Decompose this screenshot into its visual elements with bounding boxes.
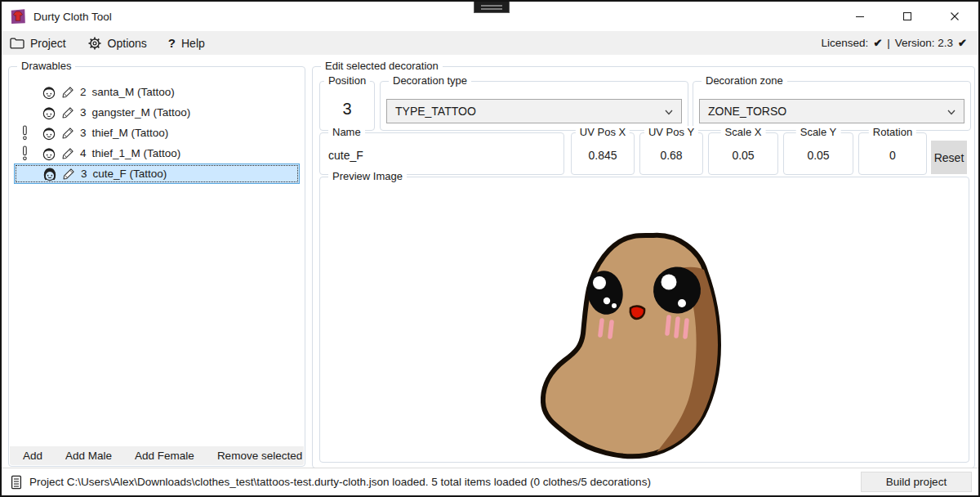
editor-title: Edit selected decoration xyxy=(321,60,443,72)
licensed-check-icon: ✔ xyxy=(873,37,882,49)
uv-pos-x-label: UV Pos X xyxy=(576,126,630,138)
preview-panel: Preview Image xyxy=(319,177,969,463)
maximize-button[interactable] xyxy=(884,2,931,31)
menu-options-label: Options xyxy=(108,37,147,50)
male-face-icon xyxy=(42,105,56,120)
uv-pos-x-field[interactable]: UV Pos X 0.845 xyxy=(571,132,635,175)
uv-pos-y-field[interactable]: UV Pos Y 0.68 xyxy=(639,132,703,175)
remove-selected-button[interactable]: Remove selected xyxy=(217,450,302,462)
preview-potato-image xyxy=(541,232,724,461)
close-icon xyxy=(950,11,960,21)
folder-icon xyxy=(10,38,24,49)
uv-pos-y-label: UV Pos Y xyxy=(644,126,698,138)
decoration-type-label: Decoration type xyxy=(389,74,471,87)
drawables-footer: Add Add Male Add Female Remove selected xyxy=(10,446,304,465)
app-window: Durty Cloth Tool Project Options ? Help xyxy=(0,0,980,497)
title-bar: Durty Cloth Tool xyxy=(2,2,978,31)
name-value[interactable]: cute_F xyxy=(328,149,363,162)
list-item-thief[interactable]: 3 thief_M (Tattoo) xyxy=(14,123,300,143)
list-item-cute-selected[interactable]: 3 cute_F (Tattoo) xyxy=(14,163,300,184)
chevron-down-icon xyxy=(665,110,673,115)
gear-icon xyxy=(87,36,102,51)
minimize-icon xyxy=(855,11,865,21)
editor-panel: Edit selected decoration Position 3 Deco… xyxy=(312,66,975,468)
name-field[interactable]: Name cute_F xyxy=(319,132,564,175)
uv-pos-x-value[interactable]: 0.845 xyxy=(572,149,634,162)
window-controls xyxy=(836,2,978,31)
add-female-button[interactable]: Add Female xyxy=(135,450,194,462)
preview-title: Preview Image xyxy=(328,170,407,182)
screenshare-handle[interactable] xyxy=(474,2,510,13)
name-label: Name xyxy=(328,126,365,138)
decoration-zone-group: Decoration zone ZONE_TORSO xyxy=(693,81,971,131)
decoration-zone-select[interactable]: ZONE_TORSO xyxy=(699,99,964,123)
drawables-title: Drawables xyxy=(17,60,75,72)
decoration-zone-value: ZONE_TORSO xyxy=(708,105,786,118)
decoration-type-select[interactable]: TYPE_TATTOO xyxy=(386,99,682,123)
main-content: Drawables 2 santa_M (Tattoo) 3 gangster_… xyxy=(2,55,978,468)
female-face-icon xyxy=(42,167,57,181)
male-face-icon xyxy=(42,126,56,141)
list-item-thief-1[interactable]: 4 thief_1_M (Tattoo) xyxy=(14,143,300,163)
scale-x-value[interactable]: 0.05 xyxy=(709,149,777,162)
licensed-label: Licensed: xyxy=(822,37,869,49)
male-face-icon xyxy=(42,85,56,100)
window-title: Durty Cloth Tool xyxy=(33,11,112,23)
app-logo-icon xyxy=(9,7,27,25)
document-icon xyxy=(10,475,23,490)
license-status: Licensed: ✔ | Version: 2.3 ✔ xyxy=(822,37,967,49)
menu-bar: Project Options ? Help Licensed: ✔ | Ver… xyxy=(2,31,978,55)
pencil-icon xyxy=(61,127,74,140)
list-item-santa[interactable]: 2 santa_M (Tattoo) xyxy=(14,82,300,102)
close-button[interactable] xyxy=(931,2,978,31)
version-check-icon: ✔ xyxy=(958,37,967,49)
item-position: 3 xyxy=(80,127,87,139)
rotation-value[interactable]: 0 xyxy=(859,149,926,162)
help-icon: ? xyxy=(168,36,176,50)
item-position: 4 xyxy=(80,147,87,159)
warning-icon xyxy=(21,125,29,141)
rotation-label: Rotation xyxy=(869,126,916,138)
male-face-icon xyxy=(42,146,56,161)
reset-button[interactable]: Reset xyxy=(931,141,967,174)
pencil-icon xyxy=(61,106,74,119)
position-label: Position xyxy=(324,74,370,87)
build-project-button[interactable]: Build project xyxy=(861,472,972,492)
item-position: 3 xyxy=(80,106,87,119)
version-label: Version: 2.3 xyxy=(895,37,953,49)
uv-pos-y-value[interactable]: 0.68 xyxy=(640,149,702,162)
add-button[interactable]: Add xyxy=(23,450,42,462)
item-label: thief_1_M (Tattoo) xyxy=(92,147,181,159)
maximize-icon xyxy=(902,11,912,21)
chevron-down-icon xyxy=(947,110,956,115)
item-position: 3 xyxy=(81,168,87,180)
drawables-panel: Drawables 2 santa_M (Tattoo) 3 gangster_… xyxy=(8,66,305,467)
separator: | xyxy=(887,37,890,49)
drawables-list: 2 santa_M (Tattoo) 3 gangster_M (Tattoo)… xyxy=(14,82,300,184)
position-field[interactable]: Position 3 xyxy=(319,81,375,131)
scale-y-field[interactable]: Scale Y 0.05 xyxy=(783,132,853,175)
list-item-gangster[interactable]: 3 gangster_M (Tattoo) xyxy=(14,102,300,123)
pencil-icon xyxy=(61,86,74,99)
add-male-button[interactable]: Add Male xyxy=(65,450,112,462)
menu-project-label: Project xyxy=(30,37,66,50)
minimize-button[interactable] xyxy=(836,2,884,31)
pencil-icon xyxy=(62,168,75,181)
status-message: Project C:\Users\Alex\Downloads\clothes_… xyxy=(29,476,651,488)
scale-x-label: Scale X xyxy=(721,126,766,138)
menu-project[interactable]: Project xyxy=(10,37,66,50)
item-label: thief_M (Tattoo) xyxy=(92,127,169,139)
menu-options[interactable]: Options xyxy=(87,36,147,51)
scale-y-value[interactable]: 0.05 xyxy=(784,149,853,162)
menu-help[interactable]: ? Help xyxy=(168,36,205,50)
decoration-type-group: Decoration type TYPE_TATTOO xyxy=(380,81,688,131)
decoration-type-value: TYPE_TATTOO xyxy=(395,105,476,118)
position-value[interactable]: 3 xyxy=(320,100,374,119)
item-label: cute_F (Tattoo) xyxy=(93,168,167,180)
status-bar: Project C:\Users\Alex\Downloads\clothes_… xyxy=(2,468,978,495)
scale-y-label: Scale Y xyxy=(796,126,841,138)
rotation-field[interactable]: Rotation 0 xyxy=(858,132,927,175)
scale-x-field[interactable]: Scale X 0.05 xyxy=(708,132,778,175)
item-position: 2 xyxy=(80,86,87,98)
item-label: santa_M (Tattoo) xyxy=(92,86,175,98)
